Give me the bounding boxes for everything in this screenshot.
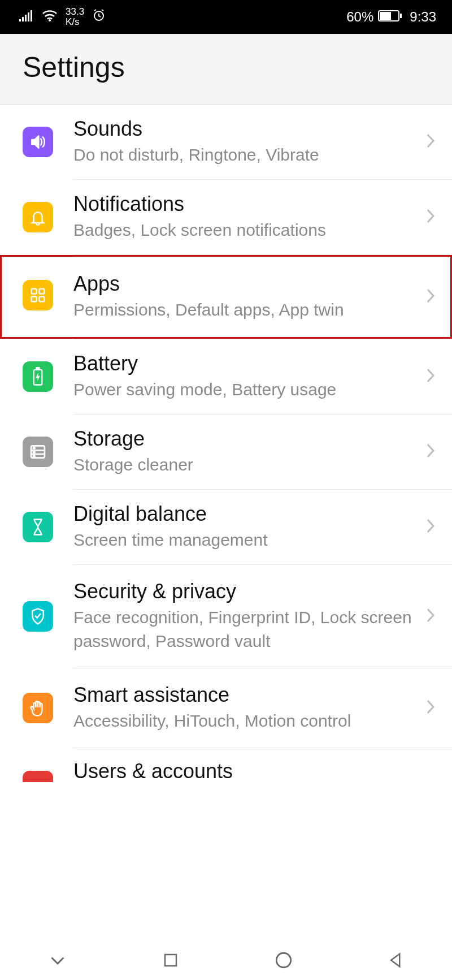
settings-item-users[interactable]: Users & accounts: [0, 748, 452, 785]
nav-home[interactable]: [274, 951, 293, 970]
svg-rect-16: [37, 368, 40, 370]
shield-icon: [23, 601, 53, 632]
svg-rect-8: [380, 12, 391, 20]
settings-item-subtitle: Screen time management: [73, 528, 417, 552]
settings-item-subtitle: Power saving mode, Battery usage: [73, 378, 417, 402]
svg-rect-4: [31, 10, 32, 21]
svg-point-20: [33, 447, 35, 449]
settings-item-smart-assistance[interactable]: Smart assistance Accessibility, HiTouch,…: [0, 668, 452, 748]
chevron-right-icon: [426, 518, 435, 536]
status-left: 33.3K/s: [19, 7, 106, 27]
settings-list: Sounds Do not disturb, Ringtone, Vibrate…: [0, 105, 452, 785]
page-title: Settings: [23, 51, 429, 84]
settings-item-subtitle: Badges, Lock screen notifications: [73, 218, 417, 242]
hand-icon: [23, 693, 53, 723]
nav-recents[interactable]: [162, 952, 179, 969]
svg-rect-9: [400, 14, 402, 18]
alarm-icon: [92, 8, 106, 25]
battery-percent: 60%: [346, 9, 373, 25]
settings-item-texts: Sounds Do not disturb, Ringtone, Vibrate: [73, 117, 417, 167]
settings-item-title: Storage: [73, 427, 417, 451]
wifi-icon: [42, 9, 58, 25]
battery-icon: [378, 9, 402, 25]
settings-item-texts: Battery Power saving mode, Battery usage: [73, 352, 417, 402]
chevron-right-icon: [426, 133, 435, 151]
settings-item-notifications[interactable]: Notifications Badges, Lock screen notifi…: [0, 180, 452, 254]
settings-item-texts: Notifications Badges, Lock screen notifi…: [73, 192, 417, 242]
settings-item-subtitle: Accessibility, HiTouch, Motion control: [73, 709, 417, 733]
settings-item-storage[interactable]: Storage Storage cleaner: [0, 415, 452, 489]
settings-item-subtitle: Storage cleaner: [73, 453, 417, 477]
clock: 9:33: [410, 9, 436, 25]
svg-point-22: [33, 455, 35, 457]
svg-rect-3: [28, 12, 29, 21]
settings-item-security[interactable]: Security & privacy Face recognition, Fin…: [0, 565, 452, 668]
settings-item-texts: Smart assistance Accessibility, HiTouch,…: [73, 683, 417, 733]
svg-marker-10: [32, 136, 38, 148]
svg-rect-23: [165, 955, 176, 966]
network-speed: 33.3K/s: [66, 7, 84, 27]
settings-item-title: Notifications: [73, 192, 417, 216]
svg-point-21: [33, 451, 35, 453]
settings-item-title: Battery: [73, 352, 417, 375]
svg-point-5: [49, 19, 51, 21]
settings-item-texts: Security & privacy Face recognition, Fin…: [73, 580, 417, 653]
settings-item-title: Users & accounts: [73, 759, 435, 783]
svg-rect-0: [19, 19, 21, 21]
chevron-right-icon: [426, 607, 435, 625]
svg-rect-1: [22, 17, 24, 21]
settings-item-title: Sounds: [73, 117, 417, 141]
chevron-right-icon: [426, 288, 435, 306]
svg-rect-12: [40, 289, 45, 294]
navigation-bar: [0, 940, 452, 980]
svg-rect-11: [32, 289, 37, 294]
settings-item-title: Digital balance: [73, 502, 417, 526]
speaker-icon: [23, 127, 53, 157]
status-right: 60% 9:33: [346, 9, 436, 25]
chevron-right-icon: [426, 208, 435, 226]
hourglass-icon: [23, 512, 53, 542]
settings-item-apps[interactable]: Apps Permissions, Default apps, App twin: [0, 255, 452, 339]
settings-item-sounds[interactable]: Sounds Do not disturb, Ringtone, Vibrate: [0, 105, 452, 179]
battery-icon: [23, 361, 53, 392]
svg-point-24: [276, 953, 291, 968]
chevron-right-icon: [426, 699, 435, 717]
nav-hide-keyboard[interactable]: [47, 950, 68, 970]
settings-item-digital-balance[interactable]: Digital balance Screen time management: [0, 490, 452, 564]
settings-item-texts: Users & accounts: [73, 759, 435, 785]
settings-item-subtitle: Face recognition, Fingerprint ID, Lock s…: [73, 606, 417, 653]
svg-rect-13: [32, 297, 37, 302]
chevron-right-icon: [426, 368, 435, 386]
nav-back[interactable]: [388, 951, 405, 970]
header: Settings: [0, 34, 452, 105]
settings-item-title: Apps: [73, 272, 417, 296]
bell-icon: [23, 202, 53, 232]
settings-item-title: Security & privacy: [73, 580, 417, 603]
status-bar: 33.3K/s 60% 9:33: [0, 0, 452, 34]
settings-item-texts: Storage Storage cleaner: [73, 427, 417, 477]
storage-icon: [23, 437, 53, 467]
chevron-right-icon: [426, 443, 435, 461]
settings-item-texts: Apps Permissions, Default apps, App twin: [73, 272, 417, 322]
settings-item-texts: Digital balance Screen time management: [73, 502, 417, 552]
svg-rect-2: [25, 15, 27, 21]
settings-item-title: Smart assistance: [73, 683, 417, 707]
settings-item-subtitle: Permissions, Default apps, App twin: [73, 298, 417, 322]
grid-icon: [23, 280, 53, 310]
svg-rect-14: [40, 297, 45, 302]
user-icon: [23, 771, 53, 782]
settings-item-subtitle: Do not disturb, Ringtone, Vibrate: [73, 143, 417, 167]
settings-item-battery[interactable]: Battery Power saving mode, Battery usage: [0, 339, 452, 414]
signal-icon: [19, 9, 34, 25]
